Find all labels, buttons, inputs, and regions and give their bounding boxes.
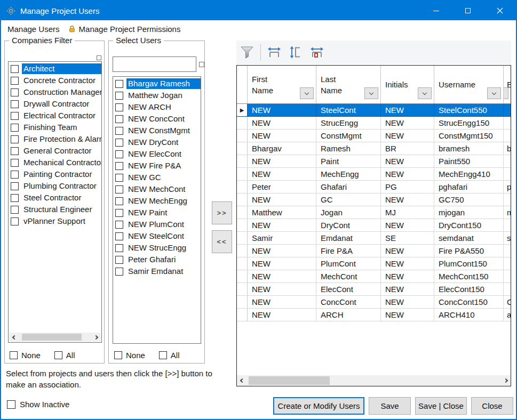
- none-checkbox[interactable]: [10, 351, 18, 359]
- company-list-item[interactable]: Drywall Contractor: [9, 98, 101, 110]
- best-fit-columns-button[interactable]: [264, 42, 285, 62]
- company-checkbox[interactable]: [11, 217, 19, 225]
- companies-horizontal-scrollbar[interactable]: [9, 333, 101, 342]
- table-row[interactable]: NEWStrucEnggNEWStrucEngg150: [237, 117, 511, 130]
- companies-pin-button[interactable]: [97, 55, 101, 60]
- column-filter-button[interactable]: [418, 87, 432, 99]
- company-list-item[interactable]: Mechanical Contractor: [9, 157, 101, 168]
- close-dialog-button[interactable]: Close: [471, 397, 513, 415]
- grid-horizontal-scrollbar[interactable]: [237, 375, 511, 386]
- menu-item-manage-users[interactable]: Manage Users: [1, 20, 64, 37]
- company-list-item[interactable]: Steel Contractor: [9, 192, 101, 204]
- users-pin-button[interactable]: [199, 62, 204, 67]
- column-header-last-name[interactable]: Last Name: [316, 66, 381, 103]
- company-checkbox[interactable]: [11, 194, 19, 202]
- user-checkbox[interactable]: [115, 162, 123, 170]
- user-checkbox[interactable]: [115, 174, 123, 182]
- user-list-item[interactable]: Samir Emdanat: [113, 265, 201, 277]
- user-checkbox[interactable]: [115, 92, 123, 100]
- remove-association-button[interactable]: <<: [212, 230, 232, 253]
- company-checkbox[interactable]: [11, 159, 19, 167]
- user-list-item[interactable]: Matthew Jogan: [113, 90, 201, 101]
- company-checkbox[interactable]: [11, 77, 19, 85]
- user-list-item[interactable]: NEW ElecCont: [113, 148, 201, 160]
- user-checkbox[interactable]: [115, 103, 123, 111]
- menu-item-manage-project-permissions[interactable]: Manage Project Permissions: [64, 20, 185, 37]
- company-list-item[interactable]: Painting Contractor: [9, 168, 101, 180]
- table-row[interactable]: BhargavRameshBRbrameshbr: [237, 142, 511, 155]
- table-row[interactable]: NEWFire P&ANEWFire P&A550: [237, 245, 511, 257]
- user-checkbox[interactable]: [115, 115, 123, 123]
- user-list-item[interactable]: Peter Ghafari: [113, 254, 201, 265]
- table-row[interactable]: NEWConstMgmtNEWConstMgmt150: [237, 130, 511, 142]
- user-list-item[interactable]: NEW PlumCont: [113, 219, 201, 230]
- minimize-button[interactable]: [420, 1, 452, 20]
- table-row[interactable]: ▶NEWSteelContNEWSteelCont550: [237, 104, 511, 117]
- user-checkbox[interactable]: [115, 232, 123, 240]
- user-list-item[interactable]: NEW ConcCont: [113, 113, 201, 125]
- column-filter-button[interactable]: [300, 87, 314, 99]
- filter-button[interactable]: [236, 42, 258, 62]
- company-checkbox[interactable]: [11, 206, 19, 214]
- column-filter-button[interactable]: [487, 87, 501, 99]
- user-checkbox[interactable]: [115, 150, 123, 158]
- table-row[interactable]: NEWMechContNEWMechCont150: [237, 270, 511, 283]
- company-list-item[interactable]: Architect: [9, 63, 101, 75]
- table-row[interactable]: MatthewJoganMJmjoganm: [237, 206, 511, 219]
- company-checkbox[interactable]: [11, 112, 19, 120]
- maximize-button[interactable]: [452, 1, 484, 20]
- company-checkbox[interactable]: [11, 182, 19, 190]
- none-checkbox[interactable]: [114, 351, 122, 359]
- user-list-item[interactable]: NEW DryCont: [113, 136, 201, 148]
- user-list-item[interactable]: NEW ARCH: [113, 101, 201, 113]
- search-input[interactable]: [113, 56, 196, 72]
- company-checkbox[interactable]: [11, 135, 19, 143]
- user-checkbox[interactable]: [115, 209, 123, 217]
- user-list-item[interactable]: NEW MechEngg: [113, 195, 201, 207]
- save-close-button[interactable]: Save | Close: [415, 397, 467, 415]
- best-fit-selected-column-button[interactable]: [306, 42, 328, 62]
- user-checkbox[interactable]: [115, 197, 123, 205]
- company-list-item[interactable]: vPlanner Support: [9, 215, 101, 227]
- user-list-item[interactable]: NEW ConstMgmt: [113, 125, 201, 136]
- company-list-item[interactable]: Concrete Contractor: [9, 75, 101, 86]
- company-list-item[interactable]: Structural Engineer: [9, 204, 101, 215]
- user-list-item[interactable]: NEW StrucEngg: [113, 242, 201, 254]
- user-checkbox[interactable]: [115, 256, 123, 264]
- company-checkbox[interactable]: [11, 65, 19, 73]
- user-checkbox[interactable]: [115, 185, 123, 193]
- user-list-item[interactable]: NEW Fire P&A: [113, 160, 201, 172]
- user-checkbox[interactable]: [115, 221, 123, 229]
- add-association-button[interactable]: >>: [212, 201, 232, 224]
- company-checkbox[interactable]: [11, 171, 19, 179]
- best-fit-rows-button[interactable]: [285, 42, 306, 62]
- company-checkbox[interactable]: [11, 100, 19, 108]
- user-checkbox[interactable]: [115, 127, 123, 135]
- table-row[interactable]: NEWGCNEWGC750: [237, 193, 511, 206]
- company-checkbox[interactable]: [11, 147, 19, 155]
- user-checkbox[interactable]: [115, 244, 123, 252]
- company-checkbox[interactable]: [11, 88, 19, 96]
- company-list-item[interactable]: Fire Protection & Alarm: [9, 133, 101, 145]
- column-filter-button[interactable]: [364, 87, 378, 99]
- scroll-left-button[interactable]: [237, 375, 245, 386]
- company-list-item[interactable]: Finishing Team: [9, 122, 101, 133]
- table-row[interactable]: NEWElecContNEWElecCont150: [237, 283, 511, 296]
- user-checkbox[interactable]: [115, 80, 123, 88]
- table-row[interactable]: NEWConcContNEWConcCont150Co: [237, 296, 511, 309]
- user-list-item[interactable]: NEW Paint: [113, 207, 201, 219]
- scroll-right-button[interactable]: [502, 375, 511, 386]
- column-header-first-name[interactable]: First Name: [248, 66, 316, 103]
- table-row[interactable]: NEWPaintNEWPaint550: [237, 155, 511, 168]
- company-list-item[interactable]: Plumbing Contractor: [9, 180, 101, 192]
- user-list-item[interactable]: NEW MechCont: [113, 183, 201, 195]
- company-list-item[interactable]: Construction Manager: [9, 86, 101, 98]
- close-button[interactable]: [484, 1, 516, 20]
- table-row[interactable]: NEWMechEnggNEWMechEngg410: [237, 168, 511, 181]
- table-row[interactable]: PeterGhafariPGpghafaripg: [237, 181, 511, 193]
- show-inactive-checkbox[interactable]: [7, 400, 15, 409]
- user-list-item[interactable]: Bhargav Ramesh: [113, 78, 201, 90]
- company-list-item[interactable]: Electrical Contractor: [9, 110, 101, 122]
- table-row[interactable]: NEWPlumContNEWPlumCont150: [237, 257, 511, 270]
- user-list-item[interactable]: NEW GC: [113, 172, 201, 183]
